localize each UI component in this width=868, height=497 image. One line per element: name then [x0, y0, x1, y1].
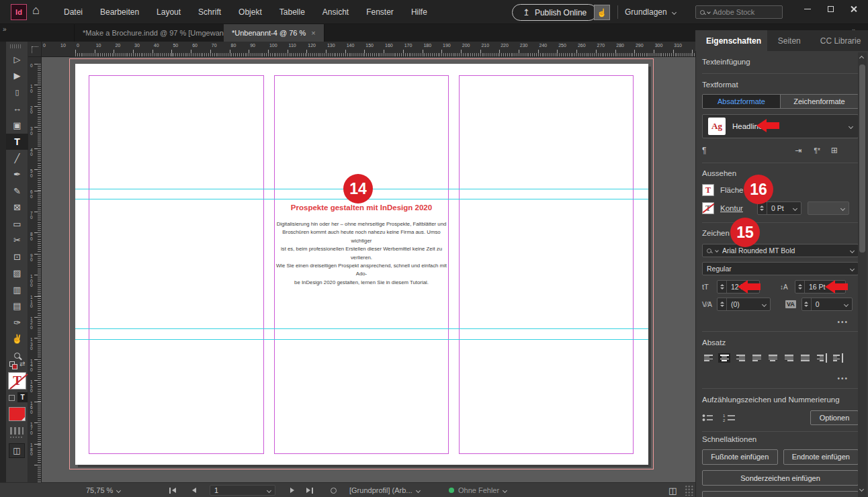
align-away-from-spine-button[interactable]	[831, 353, 843, 363]
horizontal-ruler[interactable]: 010 010203040506070809010011012013014015…	[42, 42, 695, 57]
panel-scrollbar[interactable]	[858, 52, 867, 497]
menu-item[interactable]: Objekt	[230, 0, 271, 24]
menu-item[interactable]: Hilfe	[402, 0, 436, 24]
spread-view-icon[interactable]: ◫	[668, 483, 677, 497]
numbered-list-icon[interactable]: 12	[723, 413, 736, 422]
stock-search[interactable]	[695, 5, 783, 19]
justify-last-center-button[interactable]	[767, 353, 779, 363]
next-page-button[interactable]	[290, 483, 294, 497]
brochure-body-text[interactable]: Digitalisierung hin oder her – ohne mehr…	[275, 220, 447, 287]
tracking-field[interactable]: 0	[801, 298, 853, 311]
publish-online-button[interactable]: ↥ Publish Online	[512, 4, 597, 21]
pasteboard[interactable]: Prospekte gestalten mit InDesign 2020 Di…	[42, 57, 695, 482]
direct-selection-tool[interactable]: ▶	[6, 68, 28, 85]
sonderzeichen-button[interactable]: Sonderzeichen einfügen	[702, 470, 858, 486]
preflight-profile[interactable]: [Grundprofil] (Arb...	[349, 483, 420, 497]
menu-item[interactable]: Fenster	[357, 0, 402, 24]
endnote-button[interactable]: Endnote einfügen	[783, 449, 859, 465]
redefine-style-icon[interactable]: ¶*	[814, 147, 820, 154]
gradient-feather-tool[interactable]: ▥	[6, 281, 28, 298]
stroke-weight-field[interactable]: 0 Pt	[757, 201, 801, 215]
scissors-tool[interactable]: ✂	[6, 232, 28, 249]
stroke-type-dropdown[interactable]	[808, 201, 849, 215]
menu-item[interactable]: Ansicht	[314, 0, 357, 24]
zoom-level-control[interactable]: 75,75 %	[86, 483, 120, 497]
stroke-color-icon[interactable]: T	[702, 202, 714, 214]
pen-tool[interactable]: ✒	[6, 167, 28, 183]
stepper[interactable]	[718, 281, 727, 293]
align-right-button[interactable]	[734, 353, 746, 363]
document-page[interactable]: Prospekte gestalten mit InDesign 2020 Di…	[75, 64, 648, 465]
rectangle-tool[interactable]: ▭	[6, 216, 28, 232]
gap-tool[interactable]: ↔	[6, 101, 28, 118]
justify-all-button[interactable]	[799, 353, 811, 363]
swap-fill-stroke-icon[interactable]: ⇄	[19, 360, 25, 367]
selection-tool[interactable]: ▷	[6, 51, 28, 68]
fill-color-icon[interactable]: T	[702, 184, 714, 196]
toolbar-drag-handle[interactable]	[10, 44, 22, 48]
hand-tool[interactable]: ✌	[6, 331, 28, 348]
font-family-dropdown[interactable]: Arial Rounded MT Bold	[702, 244, 858, 257]
formatting-affects-container-toggle[interactable]	[9, 395, 15, 401]
default-fill-stroke-icon[interactable]	[12, 364, 17, 369]
screen-mode-button[interactable]: ◫	[9, 443, 25, 458]
menu-item[interactable]: Datei	[55, 0, 91, 24]
home-icon[interactable]: ⌂	[32, 3, 40, 17]
ruler-origin-corner[interactable]	[28, 42, 42, 57]
align-center-button[interactable]	[718, 353, 730, 363]
touch-workspace-button[interactable]: ☝	[594, 5, 610, 20]
close-button[interactable]	[844, 3, 863, 15]
page-tool[interactable]: ▯	[6, 84, 28, 101]
document-tab-unbenannt4[interactable]: *Unbenannt-4 @ 76 % ×	[224, 24, 324, 42]
preflight-icon[interactable]	[331, 483, 337, 497]
fill-color-indicator[interactable]: T	[8, 372, 26, 390]
chevron-down-icon[interactable]	[789, 207, 801, 210]
note-tool[interactable]: ▤	[6, 298, 28, 315]
type-tool[interactable]: T	[6, 134, 28, 150]
stepper[interactable]	[718, 298, 727, 310]
tab-close-icon[interactable]: ×	[311, 29, 315, 37]
resize-grip[interactable]	[685, 485, 694, 496]
align-left-button[interactable]	[702, 353, 714, 363]
vertical-ruler[interactable]: 0102030405060708090100110120130140150160…	[28, 57, 42, 482]
apply-gradient-icon[interactable]	[10, 427, 24, 435]
menu-item[interactable]: Layout	[148, 0, 189, 24]
fussnote-button[interactable]: Fußnote einfügen	[702, 449, 778, 465]
brochure-headline[interactable]: Prospekte gestalten mit InDesign 2020	[274, 204, 449, 212]
maximize-button[interactable]	[821, 3, 840, 15]
font-style-dropdown[interactable]: Regular	[702, 262, 858, 275]
frame-tool[interactable]: ⊠	[6, 199, 28, 216]
more-options-icon[interactable]: •••	[837, 318, 849, 326]
cutoff-button[interactable]	[702, 491, 858, 497]
content-collector-tool[interactable]: ▣	[6, 117, 28, 134]
menu-item[interactable]: Bearbeiten	[91, 0, 148, 24]
stepper[interactable]	[802, 298, 812, 310]
tab-cc-libraries[interactable]: CC Librarie	[810, 30, 868, 51]
scrollbar-thumb[interactable]	[859, 64, 865, 253]
formatting-affects-text-toggle[interactable]: T	[17, 392, 28, 402]
page-number-field[interactable]: 1	[210, 483, 275, 497]
pencil-tool[interactable]: ✎	[6, 183, 28, 199]
align-toward-spine-button[interactable]	[815, 353, 827, 363]
push-style-icon[interactable]: ⇥	[795, 146, 801, 155]
tab-eigenschaften[interactable]: Eigenschaften	[695, 30, 767, 51]
justify-last-left-button[interactable]	[750, 353, 763, 363]
eyedropper-tool[interactable]: ✑	[6, 314, 28, 331]
last-page-button[interactable]	[306, 483, 313, 497]
menu-item[interactable]: Tabelle	[271, 0, 314, 24]
dock-collapse-icon[interactable]: »	[3, 26, 6, 33]
paragraph-mark-icon[interactable]: ¶	[702, 146, 706, 155]
kontur-label[interactable]: Kontur	[720, 204, 743, 212]
workspace-switcher[interactable]: Grundlagen	[625, 0, 676, 24]
search-input[interactable]	[713, 8, 767, 16]
new-style-icon[interactable]: ⊞	[831, 146, 838, 155]
scroll-down-icon[interactable]	[859, 487, 864, 492]
error-status[interactable]: Ohne Fehler	[449, 483, 507, 497]
zeichenformate-tab[interactable]: Zeichenformate	[780, 95, 858, 108]
kerning-field[interactable]: (0)	[717, 298, 771, 311]
absatzformate-tab[interactable]: Absatzformate	[703, 95, 780, 108]
scroll-up-icon[interactable]	[859, 56, 864, 60]
tab-seiten[interactable]: Seiten	[767, 30, 810, 51]
more-options-icon[interactable]: •••	[837, 375, 849, 382]
justify-last-right-button[interactable]	[783, 353, 795, 363]
